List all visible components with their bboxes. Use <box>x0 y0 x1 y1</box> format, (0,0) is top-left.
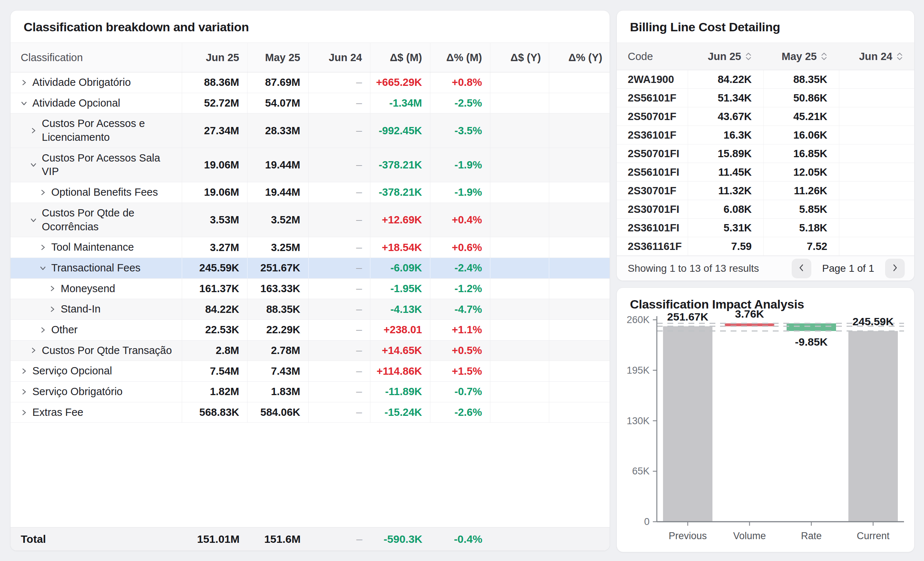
table-row[interactable]: Other22.53K22.29K–+238.01+1.1% <box>10 320 610 340</box>
bar-value-label: 251.67K <box>667 311 708 323</box>
billing-row[interactable]: 2S36101FI5.31K5.18K <box>617 219 914 237</box>
billing-row[interactable]: 2S56101F51.34K50.86K <box>617 89 914 107</box>
table-row[interactable]: Custos Por Acessos Sala VIP19.06M19.44M–… <box>10 148 610 182</box>
table-row[interactable]: Atividade Obrigatório88.36M87.69M–+665.2… <box>10 72 610 93</box>
table-row[interactable]: Tool Maintenance3.27M3.25M–+18.54K+0.6% <box>10 237 610 258</box>
chevron-right-icon[interactable] <box>39 244 51 251</box>
waterfall-bar-current[interactable] <box>848 331 898 522</box>
column-header-3: Jun 24 <box>309 43 370 72</box>
classification-cell: Other <box>10 320 182 340</box>
cell-delta-month: -1.34M <box>370 93 430 113</box>
cell-delta-year <box>490 320 549 340</box>
chevron-right-icon[interactable] <box>30 346 42 354</box>
cell-pct-month: -1.9% <box>430 148 490 182</box>
cell-delta-month: +14.65K <box>370 340 430 361</box>
classification-cell: Moneysend <box>10 279 182 299</box>
table-row[interactable]: Stand-In84.22K88.35K–-4.13K-4.7% <box>10 299 610 320</box>
cell-may25: 54.07M <box>248 93 309 113</box>
billing-may25: 5.18K <box>764 219 839 237</box>
table-row[interactable]: Serviço Opcional7.54M7.43M–+114.86K+1.5% <box>10 361 610 382</box>
cell-jun24: – <box>309 182 370 203</box>
table-row[interactable]: Moneysend161.37K163.33K–-1.95K-1.2% <box>10 279 610 299</box>
billing-jun25: 43.67K <box>688 107 764 125</box>
billing-jun24 <box>839 107 915 125</box>
billing-code: 2S50701F <box>617 107 688 125</box>
chevron-right-icon[interactable] <box>39 326 51 334</box>
billing-jun25: 6.08K <box>688 200 764 218</box>
cell-pct-month: +1.5% <box>430 361 490 381</box>
chevron-right-icon[interactable] <box>20 367 32 375</box>
billing-may25: 50.86K <box>764 89 839 107</box>
row-label: Custos Por Qtde Transação <box>42 344 172 358</box>
billing-jun25: 84.22K <box>688 70 764 89</box>
cell-pct-year <box>549 182 610 203</box>
pagination: Page 1 of 1 <box>792 259 905 278</box>
waterfall-bar-previous[interactable] <box>663 326 712 522</box>
chevron-right-icon[interactable] <box>48 284 61 292</box>
waterfall-bar-rate[interactable] <box>787 323 836 331</box>
prev-page-button[interactable] <box>792 259 812 278</box>
billing-column-header-jun-25[interactable]: Jun 25 <box>688 43 764 70</box>
billing-jun24 <box>839 219 915 237</box>
table-empty-space <box>10 423 610 527</box>
table-row[interactable]: Custos Por Qtde de Ocorrências3.53M3.52M… <box>10 203 610 237</box>
billing-may25: 45.21K <box>764 107 839 125</box>
table-row[interactable]: Custos Por Qtde Transação2.8M2.78M–+14.6… <box>10 340 610 361</box>
billing-row[interactable]: 2S36101F16.3K16.06K <box>617 126 914 144</box>
cell-delta-year <box>490 203 549 237</box>
billing-row[interactable]: 2S50701FI15.89K16.85K <box>617 144 914 163</box>
cell-may25: 19.44M <box>248 148 309 182</box>
chevron-right-icon[interactable] <box>20 78 32 87</box>
table-row[interactable]: Serviço Obrigatório1.82M1.83M–-11.89K-0.… <box>10 382 610 402</box>
row-label: Custos Por Qtde de Ocorrências <box>42 206 178 233</box>
cell-jun24: – <box>309 113 370 147</box>
next-page-button[interactable] <box>885 259 905 278</box>
results-summary: Showing 1 to 13 of 13 results <box>628 263 759 274</box>
chevron-down-icon[interactable] <box>20 99 32 107</box>
chevron-down-icon[interactable] <box>30 216 42 224</box>
classification-table-body: Atividade Obrigatório88.36M87.69M–+665.2… <box>10 72 610 423</box>
chevron-right-icon[interactable] <box>48 305 61 313</box>
chevron-right-icon[interactable] <box>20 388 32 396</box>
cell-jun24: – <box>309 148 370 182</box>
table-row[interactable]: Custos Por Acessos e Licenciamento27.34M… <box>10 113 610 148</box>
billing-row[interactable]: 2S50701F43.67K45.21K <box>617 107 914 126</box>
row-label: Optional Benefits Fees <box>51 185 158 199</box>
chevron-right-icon[interactable] <box>30 126 42 135</box>
billing-may25: 16.06K <box>764 126 839 144</box>
billing-jun24 <box>839 89 915 107</box>
column-header-2: May 25 <box>248 43 309 72</box>
table-row[interactable]: Optional Benefits Fees19.06M19.44M–-378.… <box>10 182 610 203</box>
chevron-right-icon[interactable] <box>39 188 51 197</box>
y-tick-label: 195K <box>627 365 650 376</box>
chevron-right-icon[interactable] <box>20 409 32 417</box>
billing-code: 2WA1900 <box>617 70 688 89</box>
billing-row[interactable]: 2S56101FI11.45K12.05K <box>617 163 914 182</box>
cell-delta-year <box>490 258 549 278</box>
cell-jun25: 7.54M <box>182 361 248 381</box>
billing-row[interactable]: 2S361161F7.597.52 <box>617 237 914 256</box>
classification-cell: Transactional Fees <box>10 258 182 278</box>
cell-delta-year <box>490 113 549 147</box>
billing-column-header-jun-24[interactable]: Jun 24 <box>839 43 915 70</box>
cell-jun25: 3.53M <box>182 203 248 237</box>
billing-row[interactable]: 2S30701F11.32K11.26K <box>617 182 914 200</box>
cell-pct-month: -3.5% <box>430 113 490 147</box>
chevron-down-icon[interactable] <box>39 264 51 272</box>
cell-delta-year <box>490 72 549 93</box>
billing-may25: 11.26K <box>764 182 839 200</box>
chevron-down-icon[interactable] <box>30 161 42 169</box>
classification-cell: Optional Benefits Fees <box>10 182 182 203</box>
billing-column-header-may-25[interactable]: May 25 <box>764 43 839 70</box>
billing-jun24 <box>839 144 915 162</box>
row-label: Atividade Obrigatório <box>32 76 131 90</box>
table-row[interactable]: Extras Fee568.83K584.06K–-15.24K-2.6% <box>10 402 610 423</box>
billing-row[interactable]: 2WA190084.22K88.35K <box>617 70 914 89</box>
billing-row[interactable]: 2S30701FI6.08K5.85K <box>617 200 914 219</box>
cell-pct-year <box>549 340 610 361</box>
cell-may25: 87.69M <box>248 72 309 93</box>
table-row[interactable]: Atividade Opcional52.72M54.07M–-1.34M-2.… <box>10 93 610 114</box>
cell-pct-month: +1.1% <box>430 320 490 340</box>
table-row[interactable]: Transactional Fees245.59K251.67K–-6.09K-… <box>10 258 610 279</box>
billing-jun24 <box>839 182 915 200</box>
